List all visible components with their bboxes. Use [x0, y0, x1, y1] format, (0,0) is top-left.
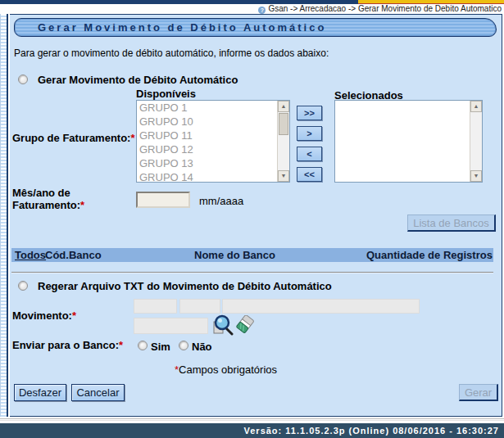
grupo-faturamento-label-text: Grupo de Faturamento: — [12, 132, 130, 144]
list-item: GRUPO 1 — [137, 101, 277, 115]
help-icon[interactable]: ? — [258, 7, 266, 14]
required-note-text: Campos obrigatórios — [179, 363, 277, 376]
movimento-field-4[interactable] — [134, 318, 208, 334]
page-title: Gerar Movimento de Débito Automático — [14, 18, 497, 37]
col-nome-banco: Nome do Banco — [194, 249, 275, 261]
radio-sim-label: Sim — [151, 341, 170, 353]
radio-regerar-txt[interactable] — [18, 281, 28, 291]
selecionados-listbox[interactable]: ▲ ▼ — [334, 100, 483, 183]
mes-ano-label-text: Mês/ano de Faturamento: — [12, 187, 80, 211]
cancelar-button[interactable]: Cancelar — [71, 384, 125, 401]
eraser-icon[interactable] — [236, 315, 256, 336]
radio-sim[interactable] — [138, 341, 148, 350]
required-fields-note: *Campos obrigatórios — [175, 363, 277, 376]
lista-de-bancos-button[interactable]: Lista de Bancos — [407, 214, 496, 232]
movimento-label-text: Movimento: — [12, 309, 72, 322]
list-item: GRUPO 14 — [137, 170, 277, 183]
version-status-bar: Versão: 11.1.05.2.3p (Online) 08/06/2016… — [0, 423, 504, 438]
radio-nao-label: Não — [192, 341, 212, 353]
left-stripe-decoration — [0, 14, 8, 417]
mes-ano-label: Mês/ano de Faturamento:* — [12, 187, 111, 211]
mes-ano-format-hint: mm/aaaa — [199, 195, 243, 207]
transfer-right-button[interactable]: > — [297, 126, 322, 141]
disponiveis-listbox[interactable]: GRUPO 1 GRUPO 10 GRUPO 11 GRUPO 12 GRUPO… — [136, 100, 290, 183]
disponiveis-scrollbar[interactable]: ▲ ▼ — [277, 101, 289, 182]
movimento-field-2[interactable] — [179, 299, 220, 314]
footer-divider — [0, 418, 504, 421]
scroll-down-icon[interactable]: ▼ — [278, 170, 289, 182]
transfer-all-right-button[interactable]: >> — [297, 106, 322, 120]
radio-gerar-movimento-label: Gerar Movimento de Débito Automático — [38, 74, 238, 86]
disponiveis-label: Disponíveis — [136, 88, 196, 100]
search-icon[interactable] — [212, 314, 234, 336]
col-cod-banco: Cód.Banco — [45, 249, 102, 261]
form-window: Gerar Movimento de Débito Automático Par… — [10, 14, 502, 417]
table-separator — [11, 272, 493, 273]
list-item: GRUPO 12 — [137, 142, 277, 156]
movimento-field-3[interactable] — [222, 299, 420, 314]
desfazer-button[interactable]: Desfazer — [14, 384, 66, 401]
todos-link[interactable]: Todos — [15, 249, 46, 261]
scroll-down-icon[interactable]: ▼ — [470, 170, 482, 182]
transfer-all-left-button[interactable]: << — [297, 167, 322, 182]
movimento-field-1[interactable] — [134, 299, 177, 314]
breadcrumb-text: Gsan -> Arrecadacao -> Gerar Movimento d… — [268, 4, 502, 13]
radio-nao[interactable] — [179, 341, 188, 350]
radio-regerar-txt-label: Regerar Arquivo TXT do Movimento de Débi… — [38, 280, 332, 292]
mes-ano-input[interactable] — [136, 192, 190, 208]
intro-text: Para gerar o movimento de débito automát… — [14, 47, 329, 59]
scroll-up-icon[interactable]: ▲ — [278, 101, 289, 112]
grupo-faturamento-label: Grupo de Faturamento:* — [12, 132, 135, 144]
transfer-left-button[interactable]: < — [297, 147, 322, 161]
bancos-table-header: Todos Cód.Banco Nome do Banco Quantidade… — [11, 248, 493, 262]
disponiveis-items: GRUPO 1 GRUPO 10 GRUPO 11 GRUPO 12 GRUPO… — [137, 101, 277, 182]
list-item: GRUPO 13 — [137, 156, 277, 170]
enviar-banco-label: Enviar para o Banco:* — [12, 339, 123, 351]
list-item: GRUPO 11 — [137, 129, 277, 142]
required-marker: * — [80, 199, 84, 211]
breadcrumb: ?Gsan -> Arrecadacao -> Gerar Movimento … — [0, 4, 504, 14]
scroll-thumb[interactable] — [279, 113, 288, 135]
list-item: GRUPO 10 — [137, 115, 277, 129]
required-marker: * — [72, 309, 76, 322]
col-quantidade-registros: Quantidade de Registros — [366, 249, 493, 261]
movimento-label: Movimento:* — [12, 309, 76, 322]
scroll-up-icon[interactable]: ▲ — [470, 101, 482, 112]
required-marker: * — [119, 339, 123, 351]
gerar-button[interactable]: Gerar — [459, 384, 498, 401]
radio-gerar-movimento[interactable] — [18, 75, 28, 84]
enviar-banco-label-text: Enviar para o Banco: — [12, 339, 119, 351]
required-marker: * — [130, 132, 134, 144]
selecionados-scrollbar[interactable]: ▲ ▼ — [470, 101, 482, 182]
